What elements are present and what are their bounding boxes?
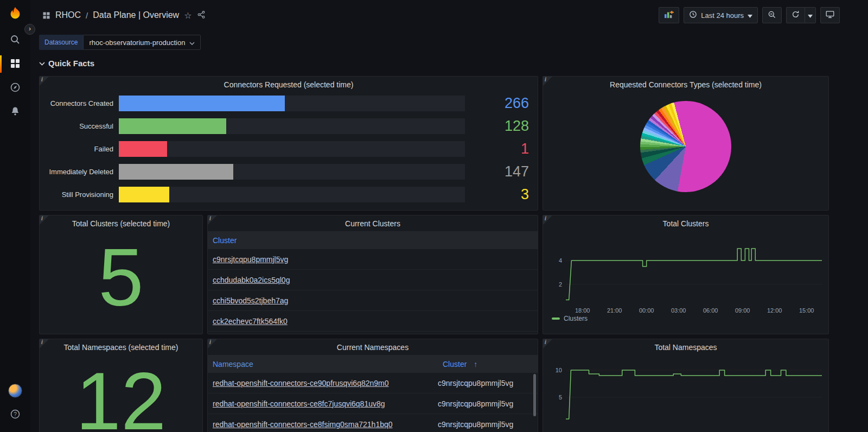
sidebar-item-explore[interactable] (0, 76, 30, 100)
chart-legend[interactable]: Clusters (543, 315, 828, 322)
stat-value: 5 (40, 228, 202, 327)
table-body: redhat-openshift-connectors-ce90pfrusqvi… (208, 373, 538, 432)
cluster-cell: c9nrsjtcqpu8pmmjl5vg (433, 420, 538, 429)
time-series-plot[interactable]: 105 (547, 354, 825, 432)
dashboard-title[interactable]: Data Plane | Overview (93, 10, 179, 20)
table-header: Namespace Cluster ↑ (208, 355, 538, 373)
bargauge-track[interactable] (119, 96, 465, 111)
pie-chart[interactable] (640, 101, 731, 192)
bar-gauge: Connectors Created266Successful128Failed… (40, 89, 538, 202)
cluster-link[interactable]: cck2echevc7ftk564fk0 (208, 317, 288, 326)
svg-text:?: ? (14, 411, 17, 417)
legend-swatch (552, 317, 560, 320)
dashboards-grid-icon (10, 58, 21, 71)
panel-info-icon[interactable]: i (40, 77, 49, 86)
panel-title[interactable]: Connectors Requested (selected time) (40, 77, 538, 89)
panel-info-icon[interactable]: i (40, 339, 49, 348)
namespace-link[interactable]: redhat-openshift-connectors-ce90pfrusqvi… (208, 379, 389, 387)
panel-info-icon[interactable]: i (40, 215, 49, 225)
sidebar-item-alerting[interactable] (0, 100, 30, 124)
cluster-cell: c9nrsjtcqpu8pmmjl5vg (433, 399, 538, 408)
monitor-icon (826, 10, 834, 20)
cluster-link[interactable]: cchdudabk0a2ics5ql0g (208, 276, 290, 284)
namespace-link[interactable]: redhat-openshift-connectors-ce8fc7jusqvi… (208, 399, 385, 408)
svg-text:00:00: 00:00 (639, 307, 654, 314)
panel-info-icon[interactable]: i (208, 339, 217, 348)
bargauge-track[interactable] (119, 187, 465, 202)
cluster-link[interactable]: c9nrsjtcqpu8pmmjl5vg (208, 255, 288, 264)
panel-info-icon[interactable]: i (208, 215, 217, 225)
panel-title[interactable]: Total Namespaces (543, 339, 828, 352)
column-header-cluster[interactable]: Cluster ↑ (433, 360, 538, 369)
cluster-link[interactable]: cchi5bvod5s2tjbeh7ag (208, 296, 288, 305)
help-button[interactable]: ? (0, 403, 30, 427)
bargauge-row: Connectors Created266 (44, 96, 529, 111)
table-row: redhat-openshift-connectors-ce8fc7jusqvi… (208, 393, 538, 414)
panel-info-icon[interactable]: i (543, 77, 552, 86)
panel-info-icon[interactable]: i (543, 215, 552, 225)
chevron-down-icon (748, 11, 752, 20)
chevron-right-icon: › (29, 24, 31, 33)
row-quick-facts[interactable]: Quick Facts (39, 58, 94, 68)
datasource-variable-select[interactable]: rhoc-observatorium-production (83, 35, 201, 50)
grafana-flame-icon (7, 6, 23, 22)
svg-text:06:00: 06:00 (703, 307, 718, 314)
panel-title[interactable]: Total Clusters (selected time) (40, 215, 202, 228)
user-profile-button[interactable] (0, 379, 30, 403)
time-range-picker[interactable]: Last 24 hours (684, 7, 758, 23)
panel-info-icon[interactable]: i (543, 339, 552, 348)
help-question-icon: ? (10, 409, 21, 421)
sidebar: ? (0, 0, 30, 432)
bargauge-row: Failed1 (44, 141, 529, 157)
user-avatar (8, 384, 22, 398)
table-scrollbar[interactable] (533, 374, 536, 416)
panel-title[interactable]: Current Clusters (208, 215, 538, 228)
bargauge-track[interactable] (119, 118, 465, 134)
refresh-button[interactable] (786, 7, 805, 23)
bargauge-bar[interactable] (119, 164, 233, 180)
panel-requested-connector-types: i Requested Connectors Types (selected t… (542, 76, 829, 211)
svg-text:09:00: 09:00 (735, 307, 750, 314)
sidebar-bottom: ? (0, 379, 30, 427)
column-header-namespace[interactable]: Namespace (208, 360, 433, 369)
panel-add-icon (664, 10, 674, 21)
bargauge-bar[interactable] (119, 96, 285, 111)
add-panel-button[interactable] (659, 7, 679, 23)
kiosk-mode-button[interactable] (820, 7, 840, 23)
bargauge-label: Failed (44, 145, 119, 153)
bargauge-bar[interactable] (119, 118, 226, 134)
panel-title[interactable]: Current Namespaces (208, 339, 538, 352)
time-series-plot[interactable]: 4218:0021:0000:0003:0006:0009:0012:0015:… (547, 230, 825, 315)
breadcrumb-folder[interactable]: RHOC (55, 10, 81, 20)
zoom-out-button[interactable] (762, 7, 782, 23)
namespace-cell: redhat-openshift-connectors-ce90pfrusqvi… (208, 379, 433, 387)
grafana-dashboard: ? › RHOC / Data Plane | Overview ☆ (0, 0, 868, 432)
bargauge-bar[interactable] (119, 141, 167, 157)
legend-label[interactable]: Clusters (564, 315, 588, 322)
sidebar-item-dashboards[interactable] (0, 52, 30, 76)
panel-title[interactable]: Total Namespaces (selected time) (40, 339, 202, 352)
bargauge-label: Successful (44, 122, 119, 130)
bargauge-row: Successful128 (44, 118, 529, 134)
bargauge-track[interactable] (119, 164, 465, 180)
apps-grid-icon (42, 11, 50, 20)
share-button[interactable] (197, 10, 206, 21)
chevron-down-icon (189, 39, 195, 47)
favorite-star-button[interactable]: ☆ (184, 10, 192, 21)
bargauge-track[interactable] (119, 141, 465, 157)
sidebar-expand-button[interactable]: › (24, 24, 35, 35)
column-header-cluster[interactable]: Cluster (208, 236, 237, 245)
panel-current-clusters: i Current Clusters Cluster c9nrsjtcqpu8p… (207, 215, 538, 334)
panel-total-clusters-timeseries: i Total Clusters 4218:0021:0000:0003:000… (542, 215, 829, 334)
namespace-cell: redhat-openshift-connectors-ce8fc7jusqvi… (208, 399, 433, 408)
pie-chart-wrap (543, 89, 828, 192)
bargauge-bar[interactable] (119, 187, 169, 202)
panel-title[interactable]: Requested Connectors Types (selected tim… (543, 77, 828, 89)
sort-ascending-icon: ↑ (469, 360, 477, 369)
namespace-link[interactable]: redhat-openshift-connectors-ce8fsimg0sma… (208, 420, 393, 429)
panel-current-namespaces: i Current Namespaces Namespace Cluster ↑… (207, 339, 538, 432)
refresh-interval-dropdown[interactable] (805, 7, 816, 23)
clock-icon (689, 10, 697, 20)
grafana-logo[interactable] (0, 0, 30, 28)
panel-title[interactable]: Total Clusters (543, 215, 828, 228)
